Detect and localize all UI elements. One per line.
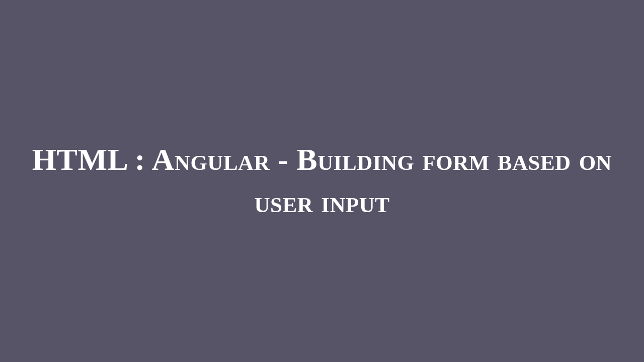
title-card-text: HTML : Angular - Building form based on … xyxy=(0,139,644,223)
